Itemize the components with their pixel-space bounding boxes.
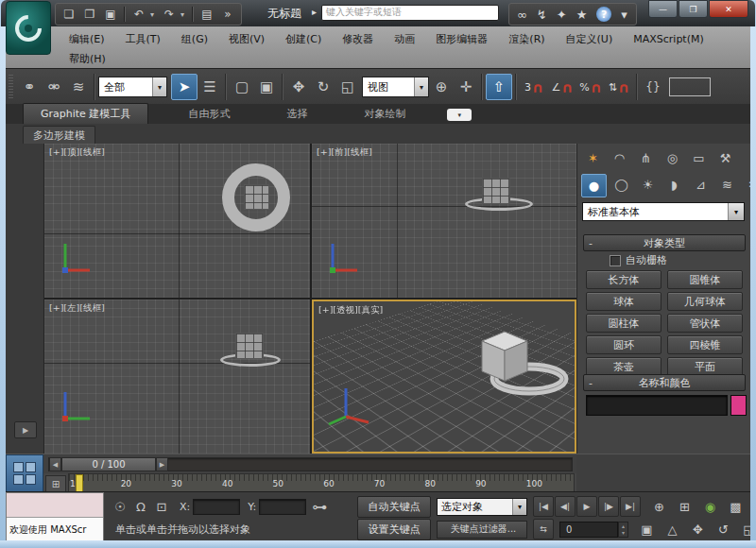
field-of-view-icon[interactable]: △ — [660, 520, 685, 539]
geosphere-button[interactable]: 几何球体 — [667, 292, 743, 311]
communication-center-icon[interactable]: ✦ — [557, 8, 567, 22]
new-file-icon[interactable]: ❏ — [60, 6, 78, 23]
select-and-manipulate-icon[interactable]: ✛ — [454, 75, 478, 99]
time-slider-handle[interactable]: 0 / 100 — [61, 457, 156, 471]
autogrid-checkbox[interactable] — [610, 255, 621, 266]
reference-coordinate-dropdown[interactable]: 视图 ▾ — [362, 77, 429, 97]
chevron-down-icon[interactable]: ▾ — [728, 203, 744, 220]
viewport-top-label[interactable]: [+][顶][线框] — [49, 146, 105, 159]
infocenter-search-input[interactable]: 键入关键字或短语 — [321, 5, 499, 21]
teapot-button[interactable]: 茶壶 — [586, 357, 662, 376]
rectangular-selection-region-icon[interactable]: ▢ — [230, 75, 254, 99]
menu-modifiers[interactable]: 修改器 — [332, 31, 384, 47]
zoom-all-icon[interactable]: ⊞ — [672, 497, 697, 516]
torus-button[interactable]: 圆环 — [586, 335, 662, 354]
key-mode-toggle-icon[interactable]: ⇆ — [533, 519, 554, 539]
cameras-category-icon[interactable]: ◗ — [662, 174, 686, 196]
snap-toggle-3d-button[interactable]: 3 ∩ — [520, 75, 548, 99]
goto-end-icon[interactable]: ▶| — [620, 496, 641, 517]
menu-customize[interactable]: 自定义(U) — [556, 31, 624, 47]
mini-curve-editor-icon[interactable]: ⊞ — [45, 475, 66, 492]
spinner-snap-toggle-button[interactable]: ⇅ ∩ — [605, 75, 633, 99]
orbit-icon[interactable]: ↺ — [711, 520, 736, 539]
select-by-name-icon[interactable]: ☰ — [198, 75, 222, 99]
isolate-selection-icon[interactable]: ☉ — [110, 500, 130, 514]
frame-spinner[interactable]: ▴ ▾ — [618, 522, 628, 538]
named-selection-sets-icon[interactable]: {} — [641, 75, 665, 99]
select-and-rotate-icon[interactable]: ↻ — [311, 75, 335, 99]
tab-polygon-modeling[interactable]: 多边形建模 — [23, 126, 95, 145]
search-history-icon[interactable]: ▸ — [312, 7, 317, 17]
primitive-category-dropdown[interactable]: 标准基本体 ▾ — [582, 202, 745, 221]
listener-pane[interactable]: 欢迎使用 MAXScr — [7, 518, 103, 541]
viewport-front[interactable]: [+][前][线框] — [312, 144, 576, 298]
chevron-down-icon[interactable]: ▾ — [512, 499, 526, 515]
percent-snap-toggle-button[interactable]: % ∩ — [576, 75, 605, 99]
selection-set-dropdown[interactable]: 选定对象 ▾ — [437, 498, 527, 516]
menu-animation[interactable]: 动画 — [384, 31, 425, 47]
scene-objects[interactable] — [455, 313, 576, 417]
redo-icon[interactable]: ↷ — [160, 6, 179, 23]
geometry-category-icon[interactable]: ● — [581, 174, 607, 197]
select-and-link-icon[interactable]: ⚭ — [17, 75, 42, 99]
x-coordinate-field[interactable] — [193, 499, 240, 515]
cylinder-button[interactable]: 圆柱体 — [586, 314, 662, 333]
menu-tools[interactable]: 工具(T) — [115, 31, 171, 47]
helpers-category-icon[interactable]: ⊿ — [689, 174, 713, 196]
application-menu-button[interactable] — [6, 1, 51, 55]
project-folder-icon[interactable]: ▤ — [198, 6, 216, 23]
tube-button[interactable]: 管状体 — [667, 314, 743, 333]
box-object[interactable] — [235, 333, 264, 359]
time-slider-prev-icon[interactable]: ◀ — [49, 457, 61, 471]
keyboard-shortcut-override-icon[interactable]: ⇧ — [486, 74, 512, 100]
object-type-rollout-header[interactable]: - 对象类型 — [583, 234, 746, 251]
shapes-category-icon[interactable]: ◯ — [610, 174, 633, 196]
menu-maxscript[interactable]: MAXScript(M) — [623, 31, 714, 47]
play-icon[interactable]: ▶ — [576, 496, 597, 517]
help-dropdown-icon[interactable]: ▾ — [621, 8, 628, 22]
viewport-front-label[interactable]: [+][前][线框] — [317, 146, 372, 159]
hierarchy-tab-icon[interactable]: ⋔ — [634, 147, 658, 169]
favorites-icon[interactable]: ★ — [576, 8, 588, 22]
pan-2d-icon[interactable]: ▣ — [634, 520, 660, 539]
angle-snap-toggle-button[interactable]: ∠ ∩ — [548, 75, 576, 99]
spinner-up-icon[interactable]: ▴ — [622, 522, 625, 529]
object-color-swatch[interactable] — [730, 395, 747, 416]
redo-dropdown-icon[interactable]: ▾ — [180, 10, 188, 19]
viewport-left[interactable]: [+][左][线框] — [44, 300, 310, 454]
viewport-perspective-label[interactable]: [+][透视][真实] — [318, 304, 383, 317]
expand-panel-arrow-button[interactable]: ▶ — [14, 421, 37, 438]
chevron-down-icon[interactable]: ▾ — [414, 77, 428, 96]
modify-tab-icon[interactable]: ◠ — [608, 147, 631, 169]
lights-category-icon[interactable]: ☀ — [636, 174, 660, 196]
unlink-selection-icon[interactable]: ⚮ — [42, 75, 66, 99]
tab-freeform[interactable]: 自由形式 — [171, 104, 247, 124]
pan-hand-icon[interactable]: ✥ — [685, 520, 711, 539]
named-selection-set-field[interactable] — [669, 77, 711, 96]
sphere-button[interactable]: 球体 — [586, 292, 662, 311]
y-coordinate-field[interactable] — [259, 499, 306, 515]
select-object-button[interactable]: ➤ — [171, 74, 198, 100]
subscription-icon[interactable]: ↯ — [537, 8, 547, 22]
select-and-scale-icon[interactable]: ◱ — [335, 75, 360, 99]
selection-filter-dropdown[interactable]: 全部 ▾ — [98, 77, 167, 97]
absolute-offset-mode-icon[interactable]: ⊡ — [151, 500, 172, 514]
macro-recorder-pane[interactable] — [7, 493, 103, 518]
goto-start-icon[interactable]: |◀ — [533, 496, 554, 517]
selection-lock-icon[interactable]: Ω — [130, 500, 151, 514]
set-key-button[interactable]: 设置关键点 — [357, 519, 431, 540]
collapse-icon[interactable]: - — [589, 237, 593, 249]
viewport-left-label[interactable]: [+][左][线框] — [49, 302, 105, 315]
previous-frame-icon[interactable]: ◀| — [555, 496, 576, 517]
current-frame-field[interactable]: 0 — [559, 522, 618, 538]
tab-graphite-modeling[interactable]: Graphite 建模工具 — [23, 103, 148, 124]
menu-rendering[interactable]: 渲染(R) — [498, 31, 555, 47]
toolbar-grip[interactable] — [9, 75, 13, 99]
menu-group[interactable]: 组(G) — [171, 31, 218, 47]
menu-views[interactable]: 视图(V) — [218, 31, 275, 47]
menu-create[interactable]: 创建(C) — [275, 31, 332, 47]
use-pivot-point-icon[interactable]: ⊕ — [429, 75, 454, 99]
window-crossing-icon[interactable]: ▣ — [254, 75, 279, 99]
next-frame-icon[interactable]: |▶ — [598, 496, 619, 517]
open-file-icon[interactable]: ❐ — [80, 6, 99, 23]
